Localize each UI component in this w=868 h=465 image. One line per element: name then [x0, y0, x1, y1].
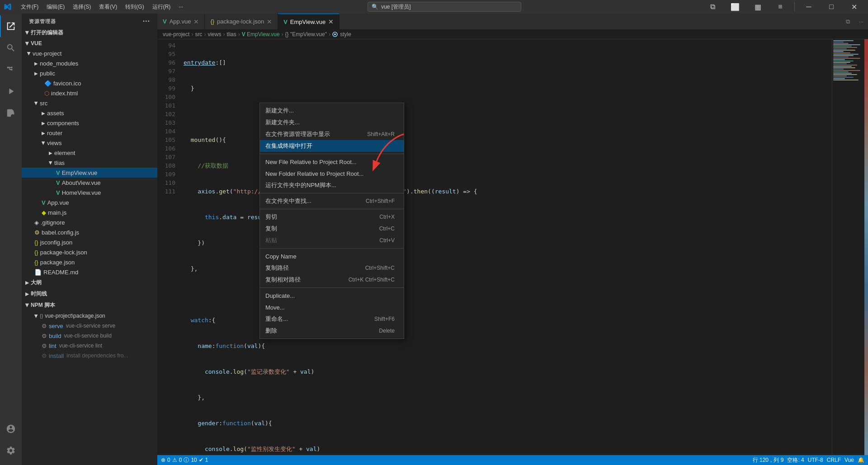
tree-npm-build[interactable]: ⚙ build vue-cli-service build	[22, 331, 157, 341]
tree-empview[interactable]: V EmpView.vue	[22, 168, 157, 178]
tab-appvue-close[interactable]: ✕	[193, 18, 199, 25]
ctx-find-in-folder[interactable]: 在文件夹中查找... Ctrl+Shift+F	[260, 195, 404, 207]
ctx-new-file[interactable]: 新建文件...	[260, 105, 404, 117]
vue-section-header[interactable]: ▶ VUE	[22, 38, 157, 48]
ctx-copy[interactable]: 复制 Ctrl+C	[260, 223, 404, 235]
breadcrumb-file[interactable]: V EmpView.vue	[242, 31, 280, 38]
ctx-new-folder[interactable]: 新建文件夹...	[260, 117, 404, 128]
ctx-duplicate[interactable]: Duplicate...	[260, 290, 404, 301]
split-editor-icon[interactable]: ⧉	[702, 0, 723, 14]
ctx-copy-relative-path[interactable]: 复制相对路径 Ctrl+K Ctrl+Shift+C	[260, 274, 404, 286]
status-line-ending[interactable]: CRLF	[827, 457, 841, 463]
activity-settings[interactable]	[0, 440, 22, 461]
tree-vue-project[interactable]: ▶ vue-project	[22, 48, 157, 58]
customize-icon[interactable]: ≡	[770, 0, 791, 14]
tree-src[interactable]: ▶ src	[22, 98, 157, 108]
tree-element[interactable]: ▶ element	[22, 148, 157, 158]
tree-tlias[interactable]: ▶ tlias	[22, 158, 157, 168]
ctx-copy-name[interactable]: Copy Name	[260, 250, 404, 262]
tree-node-modules[interactable]: ▶ node_modules	[22, 58, 157, 68]
tree-favicon[interactable]: 🔷 favicon.ico	[22, 78, 157, 88]
toggle-panel-icon[interactable]: ⬜	[725, 0, 745, 14]
close-button[interactable]: ✕	[844, 0, 864, 14]
maximize-button[interactable]: □	[821, 0, 842, 14]
menu-run[interactable]: 运行(R)	[149, 2, 175, 12]
ctx-new-file-relative[interactable]: New File Relative to Project Root...	[260, 156, 404, 168]
activity-explorer[interactable]	[0, 15, 22, 37]
status-line[interactable]: 行 120, 列 9	[753, 456, 784, 464]
tab-empview-close[interactable]: ✕	[328, 18, 334, 25]
menu-view[interactable]: 查看(V)	[95, 2, 121, 12]
ctx-open-in-terminal[interactable]: 在集成终端中打开	[260, 140, 404, 152]
activity-extensions[interactable]	[0, 102, 22, 124]
menu-select[interactable]: 选择(S)	[69, 2, 94, 12]
breadcrumb-src[interactable]: src	[195, 31, 202, 38]
tree-packagelock[interactable]: {} package-lock.json	[22, 247, 157, 257]
tree-aboutview[interactable]: V AboutView.vue	[22, 178, 157, 188]
status-encoding[interactable]: UTF-8	[808, 457, 823, 463]
tree-gitignore[interactable]: ◈ .gitignore	[22, 217, 157, 227]
ctx-copy-path-label: 复制路径	[265, 264, 289, 272]
status-feedback[interactable]: 🔔	[858, 457, 864, 463]
tab-split-button[interactable]: ⧉	[841, 14, 854, 29]
breadcrumb-views[interactable]: views	[208, 31, 221, 38]
ctx-copy-path[interactable]: 复制路径 Ctrl+Shift+C	[260, 262, 404, 274]
ctx-show-in-explorer[interactable]: 在文件资源管理器中显示 Shift+Alt+R	[260, 128, 404, 140]
code-area[interactable]: 94 95 96 97 98 99 100 101 102 103 104 10…	[157, 39, 868, 455]
tree-appvue[interactable]: V App.vue	[22, 197, 157, 207]
breadcrumb-project[interactable]: vue-project	[163, 31, 189, 38]
status-spaces[interactable]: 空格: 4	[787, 456, 804, 464]
menu-file[interactable]: 文件(F)	[17, 2, 42, 12]
ctx-run-npm[interactable]: 运行文件夹中的NPM脚本...	[260, 179, 404, 191]
menu-go[interactable]: 转到(G)	[122, 2, 147, 12]
npm-scripts-header[interactable]: ▶ NPM 脚本	[22, 300, 157, 311]
layout-icon[interactable]: ▦	[747, 0, 768, 14]
tree-router[interactable]: ▶ router	[22, 128, 157, 138]
ctx-rename[interactable]: 重命名... Shift+F6	[260, 313, 404, 325]
open-editors-header[interactable]: ▶ 打开的编辑器	[22, 27, 157, 38]
activity-run[interactable]	[0, 80, 22, 102]
tree-components[interactable]: ▶ components	[22, 118, 157, 128]
tab-empview[interactable]: V EmpView.vue ✕	[278, 14, 340, 29]
tree-assets[interactable]: ▶ assets	[22, 108, 157, 118]
tree-babel[interactable]: ⚙ babel.config.js	[22, 227, 157, 237]
activity-account[interactable]	[0, 418, 22, 440]
search-bar[interactable]: 🔍 vue [管理员]	[368, 2, 521, 12]
outline-header[interactable]: ▶ 大纲	[22, 277, 157, 288]
sidebar-menu-button[interactable]: ···	[143, 17, 150, 25]
info-count: 10	[191, 457, 197, 463]
activity-source-control[interactable]	[0, 59, 22, 80]
tab-packagelock-close[interactable]: ✕	[267, 18, 272, 25]
status-errors[interactable]: ⊗ 0 ⚠ 0 ⓘ 10 ✔ 1	[161, 456, 208, 464]
tree-npm-serve[interactable]: ⚙ serve vue-cli-service serve	[22, 321, 157, 331]
tab-more-button[interactable]: ···	[854, 14, 868, 29]
tree-npm-package[interactable]: ▶ {} vue-project\package.json	[22, 311, 157, 321]
tree-npm-install[interactable]: ⚙ install install dependencies fro...	[22, 351, 157, 361]
tree-homeview[interactable]: V HomeView.vue	[22, 188, 157, 197]
activity-search[interactable]	[0, 37, 22, 59]
tree-package[interactable]: {} package.json	[22, 257, 157, 267]
tree-public[interactable]: ▶ public	[22, 68, 157, 78]
tree-mainjs[interactable]: ◆ main.js	[22, 207, 157, 217]
ctx-new-folder-relative[interactable]: New Folder Relative to Project Root...	[260, 168, 404, 179]
tab-packagelock[interactable]: {} package-lock.json ✕	[205, 14, 278, 29]
breadcrumb-style[interactable]: style	[332, 31, 351, 38]
minimize-button[interactable]: ─	[798, 0, 819, 14]
file-tree: ▶ vue-project ▶ node_modules ▶ public 🔷 …	[22, 48, 157, 465]
menu-edit[interactable]: 编辑(E)	[43, 2, 68, 12]
status-language[interactable]: Vue	[844, 457, 854, 463]
minimap[interactable]	[832, 39, 868, 455]
ctx-delete[interactable]: 删除 Delete	[260, 325, 404, 337]
tree-index-html[interactable]: ⬡ index.html	[22, 88, 157, 98]
breadcrumb-obj[interactable]: {} "EmpView.vue"	[285, 31, 327, 38]
breadcrumb-tlias[interactable]: tlias	[226, 31, 236, 38]
menu-more[interactable]: ···	[175, 3, 187, 11]
tree-views[interactable]: ▶ views	[22, 138, 157, 148]
timeline-header[interactable]: ▶ 时间线	[22, 288, 157, 300]
ctx-cut[interactable]: 剪切 Ctrl+X	[260, 211, 404, 223]
ctx-move[interactable]: Move...	[260, 301, 404, 313]
tree-npm-lint[interactable]: ⚙ lint vue-cli-service lint	[22, 341, 157, 351]
tab-appvue[interactable]: V App.vue ✕	[157, 14, 205, 29]
tree-jsconfig[interactable]: {} jsconfig.json	[22, 237, 157, 247]
tree-readme[interactable]: 📄 README.md	[22, 267, 157, 277]
